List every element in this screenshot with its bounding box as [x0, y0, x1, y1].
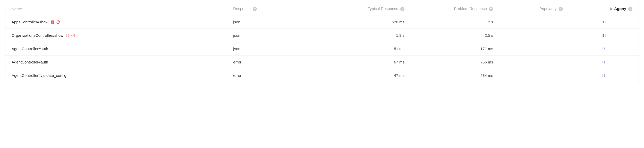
endpoint-name[interactable]: AppsController#show [12, 20, 48, 24]
help-icon[interactable]: ? [628, 7, 632, 11]
cell-response: error [227, 55, 309, 69]
col-header-agony-label: Agony [614, 6, 626, 11]
col-header-problem-label: Problem Response [454, 6, 487, 11]
agony-indicator: !!! [601, 33, 606, 38]
col-header-name-label: Name [12, 7, 22, 11]
cell-problem-response: 766 ms [411, 55, 499, 69]
cell-typical-response: 1.3 s [309, 29, 411, 42]
cell-typical-response: 528 ms [309, 15, 411, 29]
cell-name: OrganizationsController#show [5, 29, 227, 42]
cell-problem-response: 171 ms [411, 42, 499, 55]
svg-point-2 [66, 34, 69, 35]
col-header-response[interactable]: Response ? [227, 2, 309, 15]
cell-problem-response: 234 ms [411, 69, 499, 82]
help-icon[interactable]: ? [489, 7, 493, 11]
cell-popularity [499, 15, 569, 29]
help-icon[interactable]: ? [400, 7, 404, 11]
database-icon[interactable] [50, 20, 55, 24]
col-header-popularity[interactable]: Popularity ? [499, 2, 569, 15]
cell-name: AgentController#auth [5, 55, 227, 69]
cell-popularity [499, 42, 569, 55]
cell-typical-response: 51 ms [309, 42, 411, 55]
cell-problem-response: 2 s [411, 15, 499, 29]
endpoint-name[interactable]: AgentController#validate_config [12, 73, 66, 78]
table-row[interactable]: AgentController#autherror67 ms766 ms!! [5, 55, 639, 69]
cell-popularity [499, 55, 569, 69]
table-row[interactable]: OrganizationsController#showjson1.3 s2.5… [5, 29, 639, 42]
table-row[interactable]: AgentController#validate_configerror47 m… [5, 69, 639, 82]
col-header-name[interactable]: Name [5, 2, 227, 15]
database-icon[interactable] [65, 33, 70, 38]
cell-typical-response: 47 ms [309, 69, 411, 82]
cell-response: json [227, 29, 309, 42]
col-header-typical[interactable]: Typical Response ? [309, 2, 411, 15]
endpoint-name[interactable]: AgentController#auth [12, 60, 48, 64]
cell-agony: !!! [569, 29, 639, 42]
col-header-typical-label: Typical Response [368, 6, 398, 11]
popularity-signal [531, 46, 537, 50]
cell-agony: !! [569, 55, 639, 69]
cell-typical-response: 67 ms [309, 55, 411, 69]
endpoint-name[interactable]: AgentController#auth [12, 47, 48, 51]
cell-name: AgentController#auth [5, 42, 227, 55]
agony-indicator: !! [602, 73, 605, 78]
pie-chart-icon[interactable] [71, 33, 75, 38]
popularity-signal [531, 33, 537, 37]
col-header-agony[interactable]: Agony ? [569, 2, 639, 15]
cell-agony: !! [569, 42, 639, 55]
col-header-response-label: Response [233, 6, 251, 11]
cell-name: AppsController#show [5, 15, 227, 29]
help-icon[interactable]: ? [559, 7, 563, 11]
agony-indicator: !!! [601, 20, 606, 24]
cell-agony: !! [569, 69, 639, 82]
cell-response: error [227, 69, 309, 82]
agony-indicator: !! [602, 47, 605, 51]
popularity-signal [531, 73, 537, 77]
help-icon[interactable]: ? [253, 7, 257, 11]
cell-problem-response: 2.5 s [411, 29, 499, 42]
cell-agony: !!! [569, 15, 639, 29]
sort-indicator-icon [610, 7, 612, 11]
col-header-problem[interactable]: Problem Response ? [411, 2, 499, 15]
cell-name: AgentController#validate_config [5, 69, 227, 82]
svg-point-0 [51, 20, 54, 21]
popularity-signal [531, 60, 537, 64]
popularity-signal [531, 20, 537, 24]
endpoints-table-container: Name Response ? Typical Response ? Probl… [5, 2, 639, 82]
pie-chart-icon[interactable] [56, 20, 60, 24]
endpoints-table: Name Response ? Typical Response ? Probl… [5, 2, 639, 82]
table-row[interactable]: AppsController#showjson528 ms2 s!!! [5, 15, 639, 29]
cell-response: json [227, 42, 309, 55]
agony-indicator: !! [602, 60, 605, 64]
endpoint-name[interactable]: OrganizationsController#show [12, 33, 63, 38]
col-header-popularity-label: Popularity [539, 6, 557, 11]
table-row[interactable]: AgentController#authjson51 ms171 ms!! [5, 42, 639, 55]
cell-popularity [499, 29, 569, 42]
cell-response: json [227, 15, 309, 29]
cell-popularity [499, 69, 569, 82]
